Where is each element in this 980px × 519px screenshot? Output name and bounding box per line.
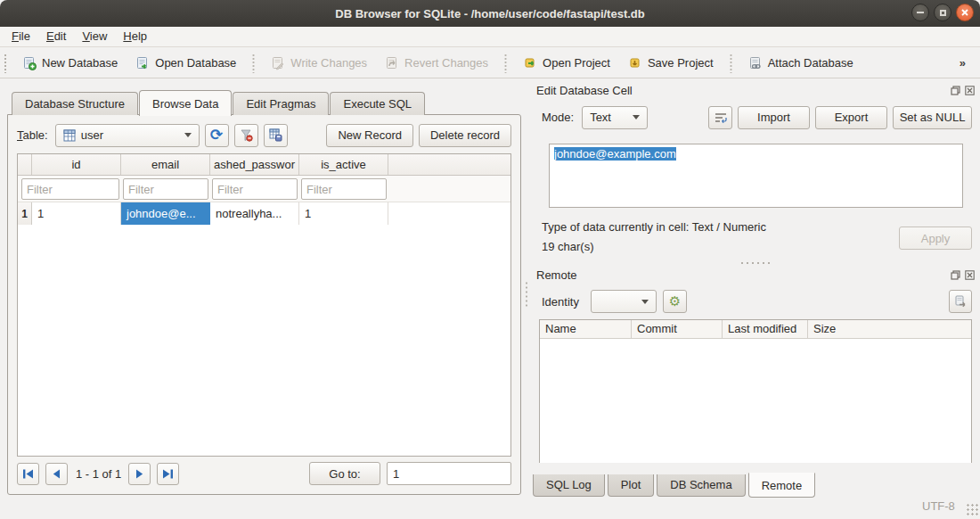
toolbar-overflow-button[interactable]: » bbox=[954, 54, 971, 71]
cell-email-selected[interactable]: johndoe@e... bbox=[121, 202, 210, 225]
grid-header-filler bbox=[388, 154, 510, 175]
manage-identities-button[interactable]: ⚙ bbox=[663, 290, 687, 313]
pagination-bar: 1 - 1 of 1 Go to: bbox=[17, 462, 511, 485]
tab-sql-log[interactable]: SQL Log bbox=[533, 474, 605, 497]
save-results-button[interactable] bbox=[264, 124, 288, 147]
cell-editor-textarea[interactable]: johndoe@example.com bbox=[549, 144, 963, 208]
remote-col-name[interactable]: Name bbox=[540, 320, 632, 338]
row-number[interactable]: 1 bbox=[18, 202, 32, 225]
close-icon[interactable] bbox=[956, 4, 974, 21]
tab-plot[interactable]: Plot bbox=[608, 474, 654, 497]
title-bar[interactable]: DB Browser for SQLite - /home/user/code/… bbox=[0, 0, 980, 27]
mode-selector-value: Text bbox=[590, 111, 611, 124]
clear-filter-icon bbox=[240, 128, 253, 142]
dock-close-icon[interactable] bbox=[964, 85, 975, 95]
pagination-range-label: 1 - 1 of 1 bbox=[76, 467, 121, 481]
last-page-button[interactable] bbox=[157, 463, 179, 485]
column-header-id[interactable]: id bbox=[32, 154, 121, 175]
maximize-icon[interactable] bbox=[934, 4, 951, 21]
goto-input[interactable] bbox=[387, 462, 511, 485]
cell-id[interactable]: 1 bbox=[32, 202, 121, 225]
first-page-button[interactable] bbox=[17, 463, 39, 485]
remote-col-last-modified[interactable]: Last modified bbox=[723, 320, 808, 338]
minimize-icon[interactable] bbox=[911, 4, 929, 21]
edit-cell-dock-titlebar: Edit Database Cell bbox=[532, 82, 980, 98]
export-button[interactable]: Export bbox=[815, 106, 887, 129]
main-tab-widget: Database Structure Browse Data Edit Prag… bbox=[7, 89, 521, 495]
dock-float-icon[interactable] bbox=[950, 85, 960, 95]
previous-page-button[interactable] bbox=[45, 463, 68, 485]
import-button[interactable]: Import bbox=[738, 106, 810, 129]
upload-database-button[interactable] bbox=[949, 290, 972, 313]
attach-database-icon bbox=[748, 56, 763, 70]
refresh-button[interactable]: ⟳ bbox=[205, 124, 229, 147]
write-changes-label: Write Changes bbox=[290, 56, 367, 70]
bottom-dock-tabs: SQL Log Plot DB Schema Remote bbox=[533, 473, 818, 498]
word-wrap-button[interactable] bbox=[708, 106, 732, 129]
revert-changes-button: Revert Changes bbox=[376, 52, 497, 75]
previous-page-icon bbox=[53, 469, 61, 479]
column-header-hashed-password[interactable]: ashed_passwor bbox=[210, 154, 299, 175]
open-project-button[interactable]: Open Project bbox=[514, 52, 619, 75]
filter-input-id[interactable] bbox=[21, 178, 119, 200]
menu-view[interactable]: View bbox=[74, 27, 115, 46]
cell-hashed-password[interactable]: notreallyha... bbox=[210, 202, 299, 225]
column-header-is-active[interactable]: is_active bbox=[299, 154, 388, 175]
delete-record-button[interactable]: Delete record bbox=[419, 124, 511, 147]
open-project-label: Open Project bbox=[543, 56, 610, 70]
filter-input-hashed-password[interactable] bbox=[212, 178, 298, 200]
toolbar-separator bbox=[252, 54, 255, 73]
tab-remote[interactable]: Remote bbox=[748, 473, 816, 498]
save-project-button[interactable]: Save Project bbox=[619, 52, 723, 75]
write-changes-button: Write Changes bbox=[262, 52, 376, 75]
dock-splitter-handle[interactable] bbox=[739, 261, 772, 265]
cell-is-active[interactable]: 1 bbox=[299, 202, 388, 225]
panel-splitter-handle[interactable] bbox=[525, 281, 528, 308]
menu-file[interactable]: File bbox=[4, 27, 38, 46]
revert-changes-label: Revert Changes bbox=[404, 56, 488, 70]
tab-database-structure[interactable]: Database Structure bbox=[12, 92, 138, 115]
clear-filters-button[interactable] bbox=[234, 124, 258, 147]
set-as-null-button[interactable]: Set as NULL bbox=[893, 106, 972, 129]
chevron-down-icon bbox=[633, 115, 640, 119]
menu-edit[interactable]: Edit bbox=[38, 27, 74, 46]
save-project-icon bbox=[628, 56, 642, 70]
remote-dock-titlebar: Remote bbox=[532, 267, 980, 283]
grid-corner bbox=[18, 154, 32, 175]
menu-help[interactable]: Help bbox=[115, 27, 155, 46]
mode-selector[interactable]: Text bbox=[582, 106, 648, 129]
toolbar-drag-handle[interactable] bbox=[4, 54, 8, 73]
remote-title: Remote bbox=[536, 268, 577, 282]
window-controls bbox=[911, 4, 974, 21]
app-window: DB Browser for SQLite - /home/user/code/… bbox=[0, 0, 980, 519]
remote-dock: Remote Identity ⚙ bbox=[532, 267, 980, 463]
goto-button[interactable]: Go to: bbox=[309, 462, 380, 485]
tab-browse-data[interactable]: Browse Data bbox=[139, 90, 232, 116]
filter-input-email[interactable] bbox=[123, 178, 208, 200]
remote-table-header: Name Commit Last modified Size bbox=[540, 320, 971, 339]
column-header-email[interactable]: email bbox=[121, 154, 210, 175]
dock-close-icon[interactable] bbox=[964, 269, 975, 280]
tab-execute-sql[interactable]: Execute SQL bbox=[330, 92, 425, 115]
write-changes-icon bbox=[271, 56, 285, 70]
tab-db-schema[interactable]: DB Schema bbox=[657, 474, 745, 497]
tab-edit-pragmas[interactable]: Edit Pragmas bbox=[233, 92, 329, 115]
identity-selector[interactable] bbox=[591, 290, 657, 313]
table-selector[interactable]: user bbox=[55, 124, 200, 147]
next-page-button[interactable] bbox=[128, 463, 151, 485]
open-database-button[interactable]: Open Database bbox=[127, 52, 245, 75]
new-database-button[interactable]: New Database bbox=[13, 52, 127, 75]
cell-char-count: 19 char(s) bbox=[542, 237, 889, 257]
remote-col-commit[interactable]: Commit bbox=[632, 320, 723, 338]
new-record-button[interactable]: New Record bbox=[326, 124, 413, 147]
dock-float-icon[interactable] bbox=[950, 269, 960, 280]
new-database-icon bbox=[22, 56, 37, 70]
attach-database-button[interactable]: Attach Database bbox=[739, 52, 862, 75]
word-wrap-icon bbox=[715, 112, 727, 123]
resize-grip[interactable] bbox=[966, 503, 978, 515]
data-grid: id email ashed_passwor is_active 1 1 joh… bbox=[17, 153, 511, 457]
filter-input-is-active[interactable] bbox=[301, 178, 387, 200]
remote-col-size[interactable]: Size bbox=[808, 320, 971, 338]
upload-database-icon bbox=[954, 295, 967, 308]
revert-changes-icon bbox=[385, 56, 399, 70]
